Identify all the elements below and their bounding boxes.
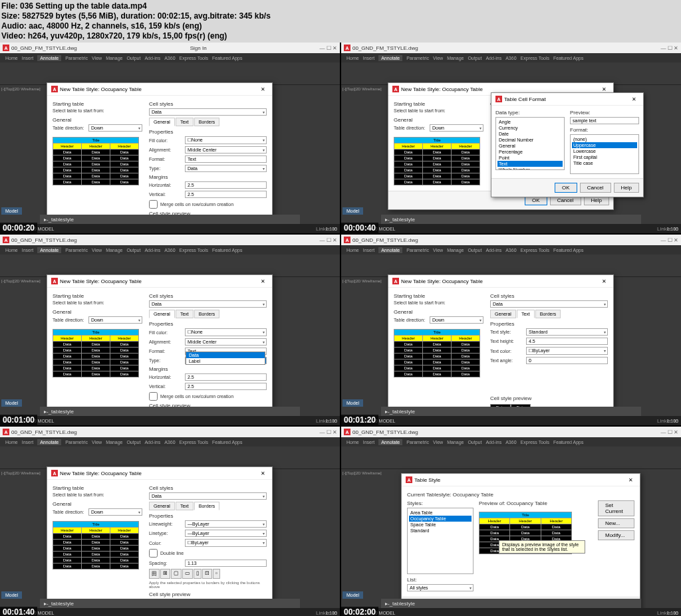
format-listbox[interactable]: (none)UppercaseLowercaseFirst capitalTit… [570,134,639,174]
table-cell-format-dialog: ATable Cell Format✕ Data type: AngleCurr… [491,92,644,197]
ribbon-panel [0,62,340,85]
new-button[interactable]: New... [598,518,634,528]
modify-button[interactable]: Modify... [598,530,634,540]
type-dropdown-open[interactable]: Data Label [186,352,265,365]
border-buttons[interactable]: 田⊞▢▭▯⊡▫ [149,569,267,579]
table-style-dialog: ANew Table Style: Occupancy Table✕ Start… [47,274,273,425]
table-style-dialog: ANew Table Style: Occupancy Table✕ Start… [47,82,273,233]
data-type-listbox[interactable]: AngleCurrencyDateDecimal NumberGeneralPe… [495,117,565,170]
double-line-checkbox[interactable] [149,549,158,558]
viewport-label: [-][Top][2D Wireframe] [1,87,41,91]
thumbnail-frame: A00_GND_FM_TSTYLE.dwg— ☐ ✕ HomeInsertAnn… [341,427,681,616]
cell-style-dropdown[interactable]: Data [149,108,267,116]
status-bar: 29257, 18094, 0 MODEL1:100 [0,224,340,233]
watermark: Linked in [316,226,337,232]
app-logo: A [3,45,9,51]
thumbnail-frame: A00_GND_FM_TSTYLE.dwg— ☐ ✕ HomeInsertAnn… [0,235,340,425]
file-metadata: File: 036 Setting up the table data.mp4 … [0,0,681,43]
timestamp: 00:00:20 [0,223,37,233]
tab-general[interactable]: General [149,118,175,126]
close-icon[interactable]: ✕ [258,86,268,92]
merge-checkbox[interactable] [149,200,158,209]
ribbon-tabs[interactable]: HomeInsertAnnotateParametricViewManageOu… [0,53,340,62]
thumbnail-frame: A00_GND_FM_TSTYLE.dwg— ☐ ✕ HomeInsertAnn… [341,235,681,425]
tab-borders[interactable]: Borders [194,118,220,126]
tooltip: Displays a preview image of the style th… [499,540,585,554]
tab-text[interactable]: Text [517,310,535,318]
thumbnail-grid: A 00_GND_FM_TSTYLE.dwg Sign In — ☐ ✕ Hom… [0,43,681,616]
tab-text[interactable]: Text [176,118,194,126]
set-current-button[interactable]: Set Current [598,500,634,516]
styles-listbox[interactable]: Area Table Occupancy Table Space Table S… [407,508,474,574]
window-titlebar: A 00_GND_FM_TSTYLE.dwg Sign In — ☐ ✕ [0,43,340,53]
thumbnail-frame: A 00_GND_FM_TSTYLE.dwg Sign In — ☐ ✕ Hom… [0,43,340,233]
list-filter-dropdown[interactable]: All styles [407,584,474,591]
preview-table: Title HeaderHeaderHeader DataDataData Da… [53,137,139,185]
table-style-dialog: ANew Table Style: Occupancy Table✕ Start… [388,274,614,425]
command-line[interactable]: ▸ -_tablestyle [40,215,300,224]
model-tab[interactable]: Model [1,207,22,215]
tab-borders[interactable]: Borders [194,502,220,510]
table-style-dialog: ANew Table Style: Occupancy Table✕ Start… [47,466,273,616]
table-direction-dropdown[interactable]: Down [88,124,142,132]
filename: 00_GND_FM_TSTYLE.dwg [11,45,77,51]
thumbnail-frame: A00_GND_FM_TSTYLE.dwg— ☐ ✕ HomeInsertAnn… [341,43,681,233]
table-style-manager-dialog: ATable Style✕ Current Tablestyle: Occupa… [401,473,640,616]
thumbnail-frame: A00_GND_FM_TSTYLE.dwg— ☐ ✕ HomeInsertAnn… [0,427,340,616]
window-controls[interactable]: — ☐ ✕ [320,45,337,51]
